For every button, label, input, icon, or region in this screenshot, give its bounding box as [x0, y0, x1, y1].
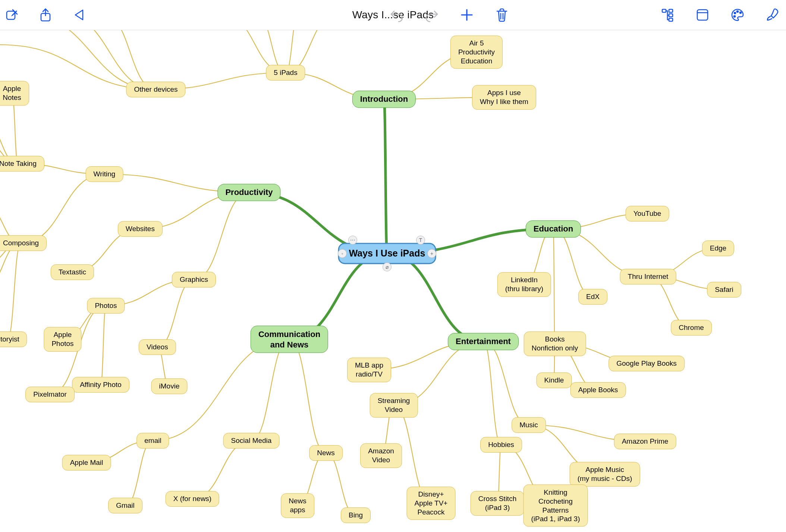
node-intro_5ipads[interactable]: 5 iPads: [266, 65, 305, 81]
node-em_gmail[interactable]: Gmail: [108, 498, 142, 513]
mindmap-canvas[interactable]: Ways I Use iPadsIntroductionProductivity…: [0, 30, 786, 532]
node-intro_air5[interactable]: Air 5 Productivity Education: [450, 35, 503, 69]
svg-rect-4: [669, 14, 673, 17]
node-root[interactable]: Ways I Use iPads: [339, 243, 436, 263]
toolbar-right-group: [658, 5, 782, 25]
node-wr_applenotes[interactable]: Apple Notes: [0, 81, 29, 106]
node-so_xnews[interactable]: X (for news): [166, 491, 219, 507]
toolbar-center-group: [387, 5, 512, 25]
node-cn_social[interactable]: Social Media: [223, 433, 280, 448]
node-ent_mlb[interactable]: MLB app radio/TV: [347, 358, 391, 382]
node-ph_affinity[interactable]: Affinity Photo: [72, 377, 129, 393]
node-ent_stream[interactable]: Streaming Video: [370, 393, 418, 418]
node-int_safari[interactable]: Safari: [707, 282, 741, 298]
node-hb_cross[interactable]: Cross Stitch (iPad 3): [471, 491, 524, 516]
node-mu_prime[interactable]: Amazon Prime: [614, 434, 676, 449]
node-nw_newsapps[interactable]: News apps: [281, 493, 314, 518]
node-hb_knit[interactable]: Knitting Crocheting Patterns (iPad 1, iP…: [524, 485, 588, 527]
svg-point-9: [740, 12, 741, 13]
node-gr_videos[interactable]: Videos: [139, 339, 176, 355]
svg-point-10: [734, 16, 735, 17]
node-mu_applemusic[interactable]: Apple Music (my music - CDs): [570, 462, 640, 487]
node-bk_kindle[interactable]: Kindle: [537, 372, 572, 388]
node-edu_books[interactable]: Books Nonfiction only: [524, 331, 586, 356]
compose-icon[interactable]: [2, 5, 22, 25]
svg-rect-3: [669, 9, 673, 12]
node-ws_textastic[interactable]: Textastic: [51, 264, 94, 280]
node-edu_youtube[interactable]: YouTube: [626, 206, 669, 221]
svg-rect-5: [669, 18, 673, 21]
node-ph_applephotos[interactable]: Apple Photos: [44, 327, 81, 352]
back-icon[interactable]: [69, 5, 89, 25]
node-intro_apps[interactable]: Apps I use Why I like them: [472, 85, 536, 110]
selection-handle[interactable]: T: [416, 236, 425, 245]
notes-icon[interactable]: [693, 5, 712, 25]
node-wr_notetaking[interactable]: Note Taking: [0, 156, 44, 171]
selection-handle[interactable]: ⋯: [348, 236, 357, 245]
share-icon[interactable]: [36, 5, 55, 25]
node-vd_imovie[interactable]: iMovie: [151, 378, 188, 394]
node-em_applemail[interactable]: Apple Mail: [62, 455, 111, 470]
node-gr_photos[interactable]: Photos: [87, 298, 125, 314]
node-wr_storyist[interactable]: Storyist: [0, 331, 27, 347]
toolbar-left-group: [2, 5, 89, 25]
svg-rect-2: [662, 9, 666, 12]
node-cn_email[interactable]: email: [136, 433, 169, 448]
node-bk_applebooks[interactable]: Apple Books: [570, 382, 626, 398]
node-int_edge[interactable]: Edge: [702, 240, 734, 256]
node-prod_websites[interactable]: Websites: [118, 221, 163, 237]
redo-icon[interactable]: [422, 5, 441, 25]
svg-rect-6: [697, 10, 708, 20]
node-prod_writing[interactable]: Writing: [86, 166, 123, 182]
node-int_chrome[interactable]: Chrome: [671, 320, 712, 336]
undo-icon[interactable]: [387, 5, 406, 25]
node-introduction[interactable]: Introduction: [352, 91, 416, 108]
selection-handle[interactable]: ⌀: [383, 262, 392, 271]
svg-rect-0: [7, 11, 15, 19]
selection-handle[interactable]: +: [427, 249, 436, 258]
node-wr_composing[interactable]: Composing: [0, 235, 47, 251]
selection-handle[interactable]: ◦: [338, 249, 347, 258]
node-ent_hobbies[interactable]: Hobbies: [480, 437, 522, 453]
node-commnews[interactable]: Communication and News: [251, 326, 328, 353]
toolbar: Ways I...se iPads: [0, 0, 786, 30]
node-st_disney[interactable]: Disney+ Apple TV+ Peacock: [407, 487, 456, 520]
node-nw_bing[interactable]: Bing: [341, 507, 371, 523]
node-ent_music[interactable]: Music: [512, 417, 546, 433]
add-icon[interactable]: [457, 5, 477, 25]
node-productivity[interactable]: Productivity: [217, 184, 280, 201]
format-brush-icon[interactable]: [763, 5, 782, 25]
node-ph_pixelmator[interactable]: Pixelmator: [25, 387, 75, 402]
svg-point-7: [734, 12, 736, 14]
node-intro_otherdev[interactable]: Other devices: [126, 82, 185, 97]
svg-point-8: [737, 11, 738, 12]
node-st_amazon[interactable]: Amazon Video: [360, 443, 402, 468]
node-prod_graphics[interactable]: Graphics: [172, 272, 216, 287]
node-edu_internet[interactable]: Thru Internet: [620, 269, 676, 284]
node-edu_linkedin[interactable]: LinkedIn (thru library): [497, 272, 551, 297]
node-edu_edx[interactable]: EdX: [578, 289, 607, 305]
node-cn_news[interactable]: News: [309, 445, 343, 461]
outline-icon[interactable]: [658, 5, 677, 25]
node-education[interactable]: Education: [526, 220, 581, 237]
trash-icon[interactable]: [492, 5, 512, 25]
palette-icon[interactable]: [728, 5, 747, 25]
node-entertainment[interactable]: Entertainment: [448, 333, 519, 350]
node-bk_playbooks[interactable]: Google Play Books: [609, 356, 685, 371]
